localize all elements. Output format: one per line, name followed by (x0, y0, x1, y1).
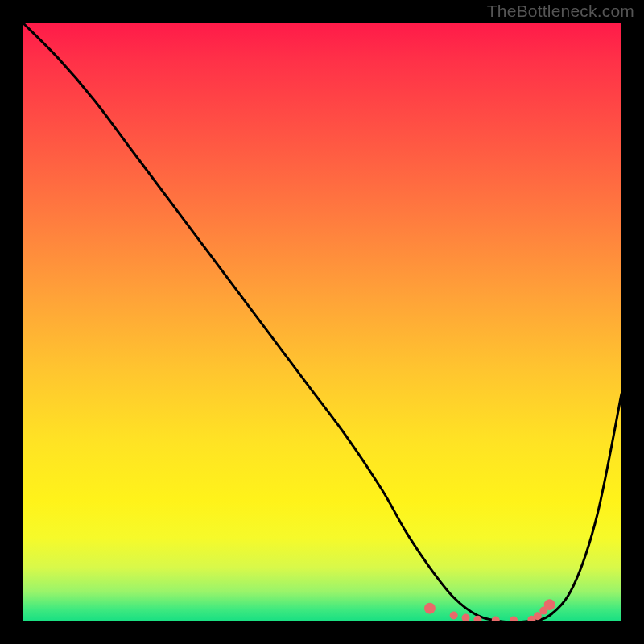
watermark-text: TheBottleneck.com (487, 2, 634, 21)
chart-frame: TheBottleneck.com (0, 0, 644, 644)
gradient-background (23, 23, 621, 621)
plot-area (23, 23, 621, 621)
